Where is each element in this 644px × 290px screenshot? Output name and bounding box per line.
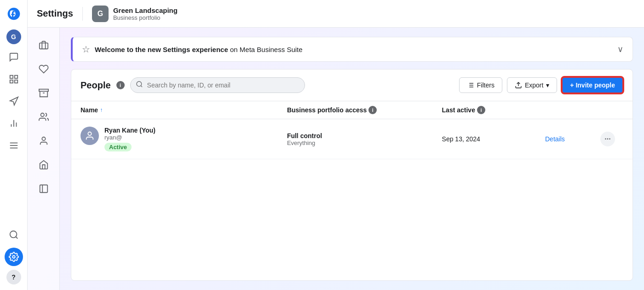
more-button[interactable]: ··· xyxy=(600,132,615,146)
svg-rect-18 xyxy=(40,185,47,193)
people-title: People xyxy=(80,80,111,91)
status-badge: Active xyxy=(104,143,132,151)
header-actions: Filters Export ▾ + Invite people xyxy=(459,77,623,93)
user-avatar[interactable]: G xyxy=(6,29,21,44)
svg-point-29 xyxy=(88,132,91,135)
svg-point-10 xyxy=(10,231,17,238)
main-container: Settings G Green Landscaping Business po… xyxy=(28,0,644,290)
search-icon xyxy=(136,81,143,90)
last-active: Sep 13, 2024 xyxy=(442,135,545,143)
col-last-active: Last active i xyxy=(442,106,545,114)
svg-point-17 xyxy=(42,137,45,140)
nav-icon-chat[interactable] xyxy=(5,48,23,66)
page-content: ☆ Welcome to the new Settings experience… xyxy=(60,28,644,290)
top-header: Settings G Green Landscaping Business po… xyxy=(28,0,644,28)
search-box xyxy=(130,77,305,93)
business-info: G Green Landscaping Business portfolio xyxy=(92,6,178,22)
welcome-banner-left: ☆ Welcome to the new Settings experience… xyxy=(82,44,303,55)
person-avatar xyxy=(80,127,99,145)
row-actions: Details xyxy=(545,135,600,143)
more-actions: ··· xyxy=(600,132,623,146)
side-icon-archive[interactable] xyxy=(34,83,54,103)
svg-point-16 xyxy=(40,113,44,116)
table-row: Ryan Kane (You) ryan@ Active Full contro… xyxy=(71,119,632,159)
access-main: Full control xyxy=(287,132,442,139)
person-name: Ryan Kane (You) xyxy=(104,127,155,134)
filters-button[interactable]: Filters xyxy=(459,77,502,93)
secondary-sidebar xyxy=(28,28,60,290)
chevron-down-icon[interactable]: ∨ xyxy=(617,44,623,54)
nav-icon-grid[interactable] xyxy=(5,70,23,88)
business-avatar: G xyxy=(92,6,109,22)
settings-title: Settings xyxy=(37,8,73,19)
access-cell: Full control Everything xyxy=(287,132,442,146)
header-divider xyxy=(82,7,83,21)
sort-asc-icon[interactable]: ↑ xyxy=(100,107,103,113)
welcome-text: Welcome to the new Settings experience o… xyxy=(95,46,303,53)
svg-line-21 xyxy=(141,86,142,87)
person-info: Ryan Kane (You) ryan@ Active xyxy=(104,127,155,151)
svg-rect-0 xyxy=(10,75,12,78)
nav-icon-menu[interactable] xyxy=(5,136,23,155)
welcome-banner: ☆ Welcome to the new Settings experience… xyxy=(71,37,633,62)
business-text: Green Landscaping Business portfolio xyxy=(113,6,178,21)
col-name: Name ↑ xyxy=(80,106,287,114)
side-icon-house[interactable] xyxy=(34,155,54,175)
nav-icon-chart[interactable] xyxy=(5,114,23,133)
table-header: Name ↑ Business portfolio access i Last … xyxy=(71,101,632,119)
people-section: People i Filters xyxy=(71,69,633,281)
people-info-icon[interactable]: i xyxy=(116,81,125,89)
access-info-icon[interactable]: i xyxy=(368,106,377,114)
col-actions xyxy=(545,106,600,114)
people-header: People i Filters xyxy=(71,70,632,101)
svg-rect-1 xyxy=(14,75,17,78)
side-icon-group[interactable] xyxy=(34,107,54,127)
details-link[interactable]: Details xyxy=(545,135,565,143)
content-area: ☆ Welcome to the new Settings experience… xyxy=(28,28,644,290)
invite-people-button[interactable]: + Invite people xyxy=(562,77,623,93)
svg-line-11 xyxy=(16,237,17,238)
nav-icon-search[interactable] xyxy=(5,226,23,244)
invite-label: + Invite people xyxy=(570,81,615,89)
meta-logo xyxy=(6,6,22,22)
svg-rect-13 xyxy=(39,43,47,49)
star-icon: ☆ xyxy=(82,44,90,55)
side-icon-briefcase[interactable] xyxy=(34,35,54,55)
side-icon-badge[interactable] xyxy=(34,59,54,79)
svg-rect-3 xyxy=(10,80,12,83)
export-button[interactable]: Export ▾ xyxy=(507,77,557,93)
export-label: Export xyxy=(525,81,543,89)
business-name: Green Landscaping xyxy=(113,6,178,14)
person-cell: Ryan Kane (You) ryan@ Active xyxy=(80,127,287,151)
svg-point-20 xyxy=(137,81,142,87)
svg-rect-2 xyxy=(14,80,17,83)
col-access: Business portfolio access i xyxy=(287,106,442,114)
person-email: ryan@ xyxy=(104,134,155,141)
far-left-nav: G ? xyxy=(0,0,28,290)
business-type: Business portfolio xyxy=(113,14,178,21)
nav-icon-megaphone[interactable] xyxy=(5,92,23,110)
search-input[interactable] xyxy=(130,77,305,93)
access-sub: Everything xyxy=(287,139,442,146)
svg-point-12 xyxy=(12,255,15,258)
nav-icon-settings[interactable] xyxy=(5,248,23,266)
side-icon-sidebar[interactable] xyxy=(34,179,54,199)
svg-rect-14 xyxy=(39,89,48,92)
filters-label: Filters xyxy=(477,81,494,89)
side-icon-user-add[interactable] xyxy=(34,131,54,151)
col-more xyxy=(600,106,623,114)
export-chevron-icon: ▾ xyxy=(546,81,549,89)
help-button[interactable]: ? xyxy=(6,270,21,284)
last-active-info-icon[interactable]: i xyxy=(477,106,485,114)
